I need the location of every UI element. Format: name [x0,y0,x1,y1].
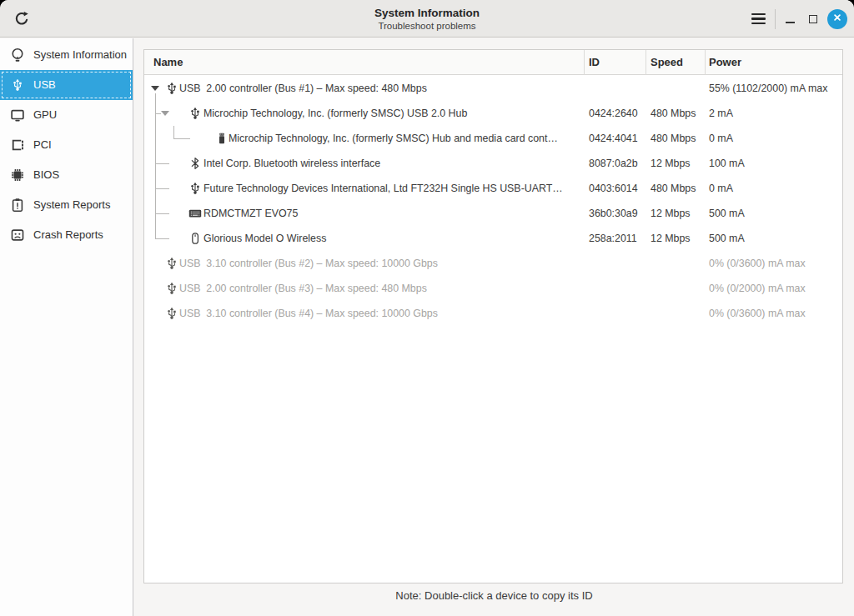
keyboard-icon [188,207,202,220]
footer-note: Note: Double-click a device to copy its … [134,589,854,602]
bluetooth-icon [188,157,202,170]
usb-icon [165,307,178,320]
sidebar-item-system-reports[interactable]: System Reports [0,190,133,220]
clipboard-report-icon [10,198,25,213]
device-speed: 12 Mbps [651,201,691,226]
usb-icon [188,107,202,120]
device-speed: 12 Mbps [651,151,691,176]
sidebar-item-system-information[interactable]: System Information [0,40,133,70]
flash-drive-icon [215,132,229,145]
app-window: System Information Troubleshoot problems… [0,0,854,616]
device-row[interactable]: USB 2.00 controller (Bus #1) – Max speed… [144,76,842,101]
refresh-icon [13,10,30,29]
window-title-group: System Information Troubleshoot problems [0,0,854,38]
sidebar-item-label: USB [33,70,56,100]
refresh-button[interactable] [10,8,33,31]
maximize-button[interactable] [804,8,822,31]
device-row[interactable]: USB 2.00 controller (Bus #3) – Max speed… [144,276,842,301]
window-title: System Information [374,7,480,20]
table-header: NameIDSpeedPower [144,50,842,75]
device-power: 0 mA [709,126,733,151]
device-power: 0% (0/2000) mA max [709,276,806,301]
device-name: Glorious Model O Wireless [203,226,583,251]
usb-icon [188,182,202,195]
device-name: RDMCTMZT EVO75 [203,201,583,226]
column-header-id[interactable]: ID [589,50,600,75]
device-row[interactable]: Microchip Technology, Inc. (formerly SMS… [144,101,842,126]
expander-icon[interactable] [151,86,159,91]
tree-line [155,238,169,239]
device-name: Future Technology Devices International,… [203,176,583,201]
device-id: 36b0:30a9 [589,201,638,226]
device-id: 8087:0a2b [589,151,638,176]
device-speed: 12 Mbps [651,226,691,251]
pci-card-icon [10,138,25,153]
table-body[interactable]: USB 2.00 controller (Bus #1) – Max speed… [144,76,842,583]
close-button[interactable] [827,9,847,29]
device-row[interactable]: USB 3.10 controller (Bus #4) – Max speed… [144,301,842,326]
device-speed: 480 Mbps [651,126,696,151]
sidebar-item-gpu[interactable]: GPU [0,100,133,130]
device-row[interactable]: Microchip Technology, Inc. (formerly SMS… [144,126,842,151]
sidebar-item-crash-reports[interactable]: Crash Reports [0,220,133,250]
titlebar[interactable]: System Information Troubleshoot problems [0,0,854,38]
column-separator [584,50,585,75]
lightbulb-icon [10,48,25,63]
device-row[interactable]: RDMCTMZT EVO7536b0:30a912 Mbps500 mA [144,201,842,226]
window-subtitle: Troubleshoot problems [378,20,475,32]
main-panel: NameIDSpeedPower USB 2.00 controller (Bu… [134,38,854,616]
device-id: 0424:2640 [589,101,638,126]
column-header-power[interactable]: Power [709,50,741,75]
chip-icon [10,168,25,183]
expander-icon[interactable] [161,111,169,116]
device-power: 0 mA [709,176,733,201]
column-header-name[interactable]: Name [153,50,183,75]
tree-line [155,163,169,164]
sidebar-item-label: System Information [33,40,127,70]
device-power: 0% (0/3600) mA max [709,251,806,276]
device-name: Microchip Technology, Inc. (formerly SMS… [229,126,583,151]
device-row[interactable]: Intel Corp. Bluetooth wireless interface… [144,151,842,176]
sidebar-item-label: Crash Reports [33,220,103,250]
usb-device-table: NameIDSpeedPower USB 2.00 controller (Bu… [143,49,843,583]
sidebar-item-label: BIOS [33,160,59,190]
device-name: USB 3.10 controller (Bus #2) – Max speed… [179,251,583,276]
device-power: 500 mA [709,201,745,226]
column-separator [646,50,646,75]
sidebar-item-label: GPU [33,100,57,130]
device-row[interactable]: USB 3.10 controller (Bus #2) – Max speed… [144,251,842,276]
sidebar-item-label: System Reports [33,190,110,220]
device-id: 258a:2011 [589,226,637,251]
tree-line [155,113,161,114]
sidebar-item-label: PCI [33,130,52,160]
tree-line [155,93,156,238]
device-speed: 480 Mbps [651,176,696,201]
hamburger-menu-icon [751,13,766,25]
minimize-button[interactable] [781,8,799,31]
device-row[interactable]: Glorious Model O Wireless258a:201112 Mbp… [144,226,842,251]
column-header-speed[interactable]: Speed [651,50,683,75]
device-name: USB 2.00 controller (Bus #3) – Max speed… [179,276,583,301]
close-icon [832,13,842,25]
menu-button[interactable] [746,8,770,31]
device-name: USB 3.10 controller (Bus #4) – Max speed… [179,301,583,326]
device-row[interactable]: Future Technology Devices International,… [144,176,842,201]
device-power: 55% (1102/2000) mA max [709,76,827,101]
minimize-icon [786,22,795,23]
sidebar-item-pci[interactable]: PCI [0,130,133,160]
usb-icon [165,282,178,295]
device-name: USB 2.00 controller (Bus #1) – Max speed… [179,76,583,101]
sidebar-item-usb[interactable]: USB [0,70,133,100]
device-name: Microchip Technology, Inc. (formerly SMS… [203,101,583,126]
titlebar-separator [775,9,776,29]
maximize-icon [809,15,817,23]
device-speed: 480 Mbps [651,101,696,126]
device-power: 500 mA [709,226,745,251]
tree-line [173,138,190,139]
mouse-icon [188,232,202,245]
sidebar-item-bios[interactable]: BIOS [0,160,133,190]
sidebar: System InformationUSBGPUPCIBIOSSystem Re… [0,38,133,616]
display-icon [10,108,25,123]
tree-line [155,213,169,214]
device-id: 0424:4041 [589,126,638,151]
